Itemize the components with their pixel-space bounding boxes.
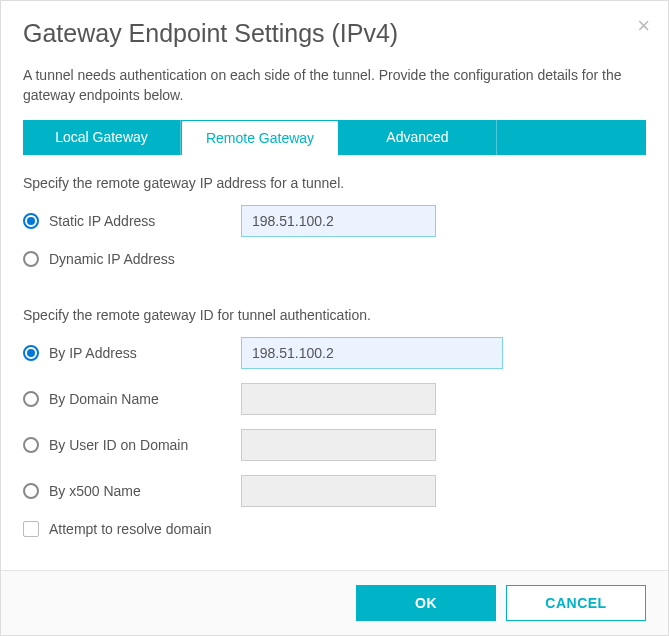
tab-filler [497,120,646,155]
dialog-body: A tunnel needs authentication on each si… [1,58,668,570]
by-ip-row: By IP Address [23,337,646,369]
by-x500-radio[interactable] [23,483,39,499]
by-domain-radio[interactable] [23,391,39,407]
tabs: Local Gateway Remote Gateway Advanced [23,120,646,155]
static-ip-row: Static IP Address [23,205,646,237]
resolve-domain-checkbox[interactable] [23,521,39,537]
by-ip-radio[interactable] [23,345,39,361]
by-x500-input[interactable] [241,475,436,507]
by-domain-label: By Domain Name [49,391,159,407]
dynamic-ip-label: Dynamic IP Address [49,251,175,267]
tab-local-gateway[interactable]: Local Gateway [23,120,181,155]
ip-section-heading: Specify the remote gateway IP address fo… [23,175,646,191]
static-ip-label: Static IP Address [49,213,155,229]
by-ip-label: By IP Address [49,345,137,361]
by-userid-label: By User ID on Domain [49,437,188,453]
tab-advanced[interactable]: Advanced [339,120,497,155]
dialog-footer: OK CANCEL [1,570,668,635]
by-ip-radio-group[interactable]: By IP Address [23,345,241,361]
cancel-button[interactable]: CANCEL [506,585,646,621]
dynamic-ip-row: Dynamic IP Address [23,251,646,267]
close-icon[interactable]: × [637,15,650,37]
by-domain-input[interactable] [241,383,436,415]
by-userid-radio-group[interactable]: By User ID on Domain [23,437,241,453]
by-userid-radio[interactable] [23,437,39,453]
dialog-title: Gateway Endpoint Settings (IPv4) [23,19,646,48]
dialog-description: A tunnel needs authentication on each si… [23,66,646,105]
static-ip-radio[interactable] [23,213,39,229]
resolve-domain-row[interactable]: Attempt to resolve domain [23,521,646,537]
by-x500-radio-group[interactable]: By x500 Name [23,483,241,499]
dynamic-ip-radio-group[interactable]: Dynamic IP Address [23,251,241,267]
static-ip-radio-group[interactable]: Static IP Address [23,213,241,229]
dialog-header: Gateway Endpoint Settings (IPv4) × [1,1,668,58]
ok-button[interactable]: OK [356,585,496,621]
by-x500-row: By x500 Name [23,475,646,507]
by-userid-row: By User ID on Domain [23,429,646,461]
dynamic-ip-radio[interactable] [23,251,39,267]
tab-remote-gateway[interactable]: Remote Gateway [181,120,339,155]
by-domain-radio-group[interactable]: By Domain Name [23,391,241,407]
id-section-heading: Specify the remote gateway ID for tunnel… [23,307,646,323]
gateway-endpoint-dialog: Gateway Endpoint Settings (IPv4) × A tun… [0,0,669,636]
by-x500-label: By x500 Name [49,483,141,499]
by-ip-input[interactable] [241,337,503,369]
resolve-domain-label: Attempt to resolve domain [49,521,212,537]
static-ip-input[interactable] [241,205,436,237]
by-domain-row: By Domain Name [23,383,646,415]
by-userid-input[interactable] [241,429,436,461]
